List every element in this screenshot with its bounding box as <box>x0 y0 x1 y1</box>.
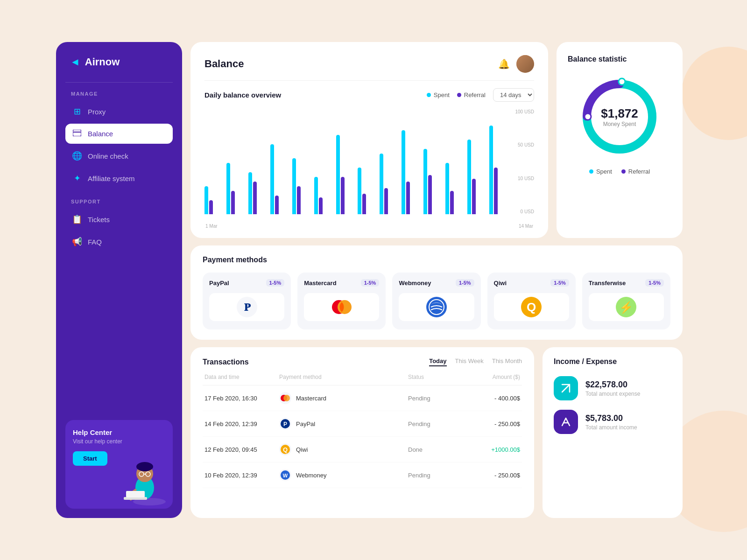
legend-referral-label: Referral <box>464 91 486 98</box>
help-start-button[interactable]: Start <box>73 451 107 466</box>
qiwi-logo-area: Q <box>494 293 569 321</box>
transactions-title: Transactions <box>203 358 429 366</box>
income-amount: $5,783.00 <box>585 413 637 423</box>
bar-group <box>270 121 289 214</box>
donut-chart: $1,872 Money Spent <box>578 75 662 159</box>
chart-with-y-axis: 100 USD 50 USD 10 USD 0 USD <box>204 109 534 224</box>
sidebar-item-proxy[interactable]: ⊞ Proxy <box>65 101 173 122</box>
tab-this-week[interactable]: This Week <box>455 357 484 366</box>
donut-label: Money Spent <box>601 121 638 127</box>
bar-referral <box>362 194 366 214</box>
bar-group <box>336 121 355 214</box>
y-label-10: 10 USD <box>518 176 534 181</box>
logo: ◄ Airnow <box>65 56 173 68</box>
sidebar-item-affiliate-label: Affiliate system <box>88 175 135 182</box>
section-manage-label: MANAGE <box>65 91 173 97</box>
tickets-icon: 📋 <box>72 214 82 224</box>
sidebar-item-balance[interactable]: Balance <box>65 124 173 144</box>
expense-icon <box>554 376 578 400</box>
svg-text:𝐏: 𝐏 <box>244 301 251 313</box>
stat-legend-referral: Referral <box>621 168 650 175</box>
faq-icon: 📢 <box>72 237 82 247</box>
qiwi-badge: 1-5% <box>550 279 569 287</box>
income-icon <box>554 410 578 434</box>
period-select[interactable]: 14 days 30 days 7 days <box>493 88 534 102</box>
bar-group <box>402 121 421 214</box>
table-row: 10 Feb 2020, 12:39 W Webmoney Pending - … <box>203 462 522 488</box>
online-check-icon: 🌐 <box>72 151 82 161</box>
balance-card: Balance 🔔 Daily balance overview Spent <box>190 42 548 238</box>
x-label-start: 1 Mar <box>205 224 218 229</box>
tab-this-month[interactable]: This Month <box>492 357 522 366</box>
row2-method-cell: P PayPal <box>279 418 408 430</box>
th-date: Data and time <box>204 374 279 380</box>
sidebar-divider <box>65 82 173 83</box>
sidebar-item-online-check-label: Online check <box>88 152 128 160</box>
paypal-name: PayPal <box>209 280 229 287</box>
sidebar: ◄ Airnow MANAGE ⊞ Proxy Balance 🌐 Online… <box>56 42 182 518</box>
bar-group <box>226 121 246 214</box>
transferwise-name: Transferwise <box>589 280 626 287</box>
svg-rect-1 <box>73 132 81 133</box>
svg-point-14 <box>585 113 591 120</box>
sidebar-item-tickets[interactable]: 📋 Tickets <box>65 209 173 230</box>
payment-title: Payment methods <box>203 256 670 264</box>
payment-card-mastercard[interactable]: Mastercard 1-5% <box>297 273 386 329</box>
bar-spent <box>204 186 208 214</box>
payment-card-paypal[interactable]: PayPal 1-5% 𝐏 <box>203 273 291 329</box>
bar-group <box>467 121 486 214</box>
svg-text:⚡: ⚡ <box>619 301 633 314</box>
tab-today[interactable]: Today <box>429 357 446 366</box>
bar-referral <box>319 197 323 214</box>
svg-point-5 <box>136 462 153 471</box>
bar-referral <box>494 168 498 214</box>
bar-referral <box>428 175 432 214</box>
payment-card-transferwise[interactable]: Transferwise 1-5% ⚡ <box>582 273 670 329</box>
stat-spent-dot <box>589 169 593 174</box>
bar-spent <box>445 163 449 214</box>
qiwi-logo: Q <box>520 296 543 318</box>
svg-rect-0 <box>73 130 81 136</box>
sidebar-item-online-check[interactable]: 🌐 Online check <box>65 146 173 166</box>
balance-stat-card: Balance statistic $1,872 Money <box>557 42 683 238</box>
bar-spent <box>226 163 230 214</box>
table-row: 17 Feb 2020, 16:30 Mastercard Pending - … <box>203 385 522 411</box>
income-expense-card: Income / Expense $22,578.00 Total amount… <box>543 347 683 518</box>
bar-referral <box>253 182 257 214</box>
row4-method-cell: W Webmoney <box>279 469 408 481</box>
spent-dot <box>427 93 431 97</box>
row4-amount: - 250.00$ <box>464 472 520 479</box>
payment-card-webmoney[interactable]: Webmoney 1-5% <box>392 273 480 329</box>
avatar-img <box>516 55 534 73</box>
row2-date: 14 Feb 2020, 12:39 <box>204 420 279 427</box>
chart-area: 100 USD 50 USD 10 USD 0 USD 1 Mar 14 Mar <box>204 109 534 229</box>
mastercard-name: Mastercard <box>304 280 336 287</box>
stat-legend-spent: Spent <box>589 168 612 175</box>
logo-icon: ◄ <box>70 56 80 68</box>
bar-group <box>248 121 268 214</box>
balance-icon <box>72 129 82 139</box>
row3-method-icon: Q <box>279 443 291 455</box>
sidebar-item-affiliate[interactable]: ✦ Affiliate system <box>65 168 173 189</box>
sidebar-item-faq[interactable]: 📢 FAQ <box>65 231 173 252</box>
mastercard-badge: 1-5% <box>361 279 380 287</box>
avatar[interactable] <box>516 55 534 73</box>
transferwise-logo: ⚡ <box>615 296 637 318</box>
bar-spent <box>380 154 383 214</box>
chart-title: Daily balance overview <box>204 91 419 99</box>
payment-section: Payment methods PayPal 1-5% 𝐏 <box>190 245 683 340</box>
bar-referral <box>341 177 345 214</box>
bell-icon[interactable]: 🔔 <box>498 58 510 70</box>
donut-amount: $1,872 <box>601 106 638 121</box>
table-row: 12 Feb 2020, 09:45 Q Qiwi Done +1000.00$ <box>203 437 522 462</box>
top-section: Balance 🔔 Daily balance overview Spent <box>190 42 683 238</box>
y-label-50: 50 USD <box>518 142 534 147</box>
paypal-logo: 𝐏 <box>237 297 257 317</box>
transactions-header: Transactions Today This Week This Month <box>203 357 522 366</box>
mastercard-logo <box>330 300 353 315</box>
row4-method-icon: W <box>279 469 291 481</box>
bar-group <box>380 121 399 214</box>
bar-referral <box>297 186 301 214</box>
help-center-subtitle: Visit our help center <box>73 438 165 445</box>
payment-card-qiwi[interactable]: Qiwi 1-5% Q <box>487 273 576 329</box>
